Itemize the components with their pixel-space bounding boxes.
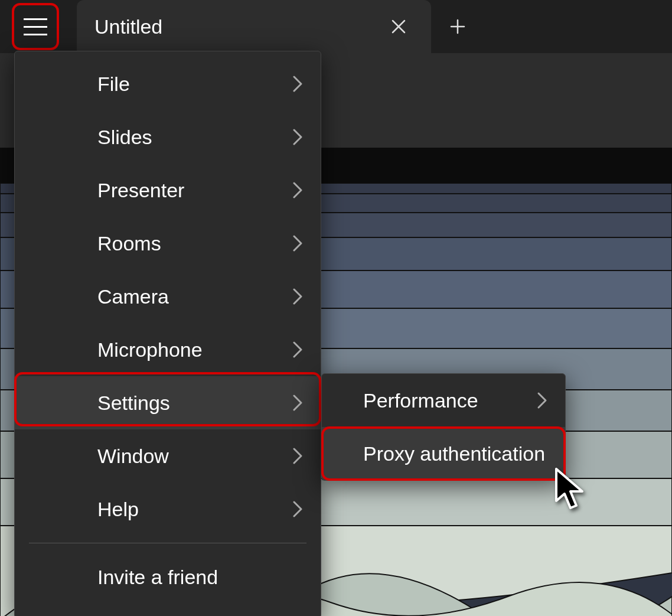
close-tab-button[interactable]	[384, 12, 413, 41]
menu-item-label: File	[97, 73, 130, 96]
menu-item-label: Microphone	[97, 338, 203, 361]
menu-item-slides[interactable]: Slides	[15, 110, 321, 164]
menu-item-label: Invite a friend	[97, 566, 218, 589]
menu-item-invite-friend[interactable]: Invite a friend	[15, 550, 321, 604]
settings-submenu: Performance Proxy authentication	[321, 373, 566, 481]
hamburger-menu-button[interactable]	[12, 3, 59, 50]
menu-item-label: Settings	[97, 392, 170, 415]
menu-item-label: Proxy authentication	[363, 442, 545, 465]
menu-item-label: Help	[97, 498, 139, 521]
title-bar: Untitled	[0, 0, 672, 53]
menu-item-label: Window	[97, 445, 169, 468]
chevron-right-icon	[292, 447, 303, 465]
chevron-right-icon	[537, 392, 547, 409]
menu-item-label: Presenter	[97, 179, 184, 202]
new-tab-button[interactable]	[431, 0, 484, 53]
main-menu: File Slides Presenter Rooms Camera Micro…	[14, 51, 321, 616]
menu-item-camera[interactable]: Camera	[15, 270, 321, 323]
submenu-item-proxy-authentication[interactable]: Proxy authentication	[322, 427, 565, 480]
chevron-right-icon	[292, 128, 303, 146]
menu-item-label: Performance	[363, 389, 478, 412]
chevron-right-icon	[292, 500, 303, 518]
menu-item-rooms[interactable]: Rooms	[15, 217, 321, 270]
menu-separator	[29, 543, 306, 543]
menu-item-label: Slides	[97, 126, 152, 149]
menu-item-window[interactable]: Window	[15, 429, 321, 483]
chevron-right-icon	[292, 394, 303, 412]
menu-item-presenter[interactable]: Presenter	[15, 164, 321, 217]
tab-title: Untitled	[94, 15, 384, 38]
chevron-right-icon	[292, 234, 303, 252]
menu-item-label: Camera	[97, 285, 169, 308]
chevron-right-icon	[292, 75, 303, 93]
chevron-right-icon	[292, 288, 303, 305]
document-tab[interactable]: Untitled	[77, 0, 431, 53]
menu-item-microphone[interactable]: Microphone	[15, 323, 321, 376]
menu-item-file[interactable]: File	[15, 57, 321, 110]
chevron-right-icon	[292, 181, 303, 199]
submenu-item-performance[interactable]: Performance	[322, 374, 565, 427]
menu-item-label: Rooms	[97, 232, 161, 255]
chevron-right-icon	[292, 341, 303, 358]
menu-item-settings[interactable]: Settings	[15, 376, 321, 429]
menu-item-help[interactable]: Help	[15, 483, 321, 536]
